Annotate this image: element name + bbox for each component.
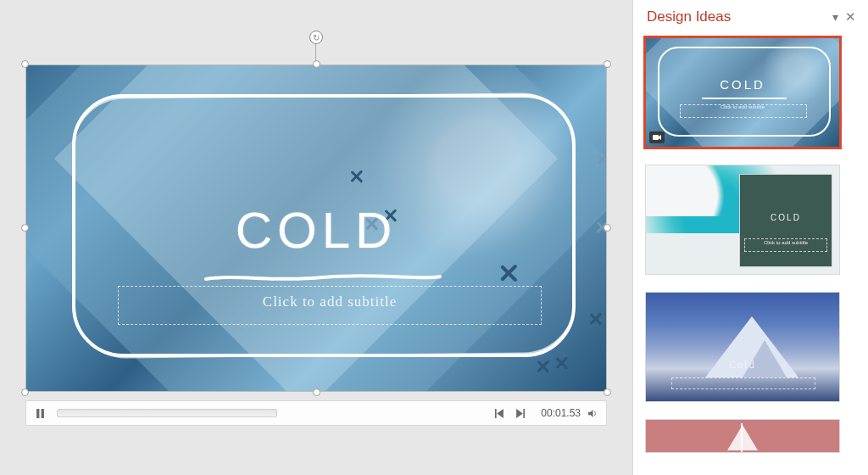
animation-badge-icon	[649, 131, 665, 143]
design-idea-1[interactable]: COLD Click to add subtitle	[645, 37, 840, 148]
svg-rect-1	[41, 409, 43, 418]
svg-marker-8	[659, 135, 661, 140]
resize-handle-w[interactable]	[21, 224, 29, 232]
thumb-title: COLD	[739, 213, 832, 222]
mast-line	[741, 423, 743, 452]
media-control-bar: 00:01.53	[25, 400, 607, 426]
step-back-button[interactable]	[491, 405, 508, 422]
svg-marker-4	[516, 409, 523, 418]
resize-handle-sw[interactable]	[21, 388, 29, 396]
panel-close-button[interactable]: ✕	[843, 9, 858, 25]
thumb-underline	[702, 98, 787, 99]
svg-rect-0	[36, 409, 39, 418]
svg-marker-6	[588, 409, 593, 416]
svg-rect-3	[495, 409, 497, 418]
thumb-subtitle: Click to add subtitle	[646, 104, 839, 109]
thumb-subtitle-box	[671, 377, 815, 389]
step-forward-button[interactable]	[511, 405, 528, 422]
slide-canvas: ↻ COLD Click to add subtitle	[0, 0, 632, 475]
resize-handle-ne[interactable]	[604, 60, 611, 68]
timecode: 00:01.53	[531, 407, 581, 419]
thumb-snow	[646, 165, 739, 216]
resize-handle-se[interactable]	[604, 388, 611, 396]
thumb-frame	[658, 47, 831, 137]
svg-rect-7	[653, 135, 659, 140]
design-ideas-panel: Design Ideas ▾ ✕ COLD Click to add subti…	[632, 0, 868, 475]
resize-handle-nw[interactable]	[21, 60, 29, 68]
thumb-subtitle: Click to add subtitle	[744, 240, 827, 245]
thumb-title: COLD	[646, 77, 839, 92]
design-idea-4[interactable]	[645, 419, 840, 453]
svg-rect-5	[523, 409, 525, 418]
sail-icon	[727, 425, 758, 450]
volume-button[interactable]	[584, 405, 601, 422]
thumb-title: Cold	[646, 359, 839, 372]
rotation-handle[interactable]: ↻	[309, 31, 323, 44]
panel-header: Design Ideas ▾ ✕	[633, 0, 868, 32]
resize-handle-e[interactable]	[604, 224, 611, 232]
panel-options-button[interactable]: ▾	[827, 10, 843, 24]
selection-handles	[25, 64, 607, 392]
seek-track[interactable]	[57, 409, 277, 417]
pause-button[interactable]	[31, 405, 48, 422]
design-idea-3[interactable]: Cold	[645, 292, 840, 402]
resize-handle-n[interactable]	[313, 60, 320, 68]
design-idea-2[interactable]: COLD Click to add subtitle	[645, 165, 840, 275]
design-ideas-list[interactable]: COLD Click to add subtitle COLD Click to…	[633, 32, 868, 475]
svg-marker-2	[497, 409, 504, 418]
resize-handle-s[interactable]	[313, 388, 320, 396]
panel-title: Design Ideas	[647, 8, 827, 25]
